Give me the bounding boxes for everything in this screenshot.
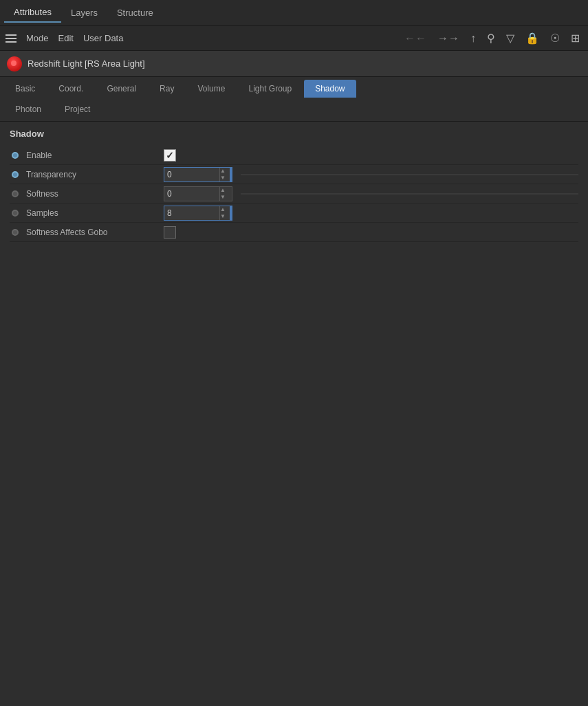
enable-checkbox[interactable] [164, 149, 176, 162]
top-tab-bar: Attributes Layers Structure [0, 0, 588, 26]
transparency-slider-track[interactable] [241, 174, 578, 175]
softness-gobo-label: Softness Affects Gobo [26, 228, 164, 237]
tab-layers[interactable]: Layers [61, 3, 107, 22]
transparency-active-line [230, 167, 232, 182]
shadow-section-title: Shadow [10, 129, 578, 139]
softness-gobo-value [164, 226, 176, 239]
shadow-content: Shadow Enable Transparency ▲ ▼ [0, 122, 588, 249]
forward-button[interactable]: →→ [435, 31, 462, 46]
softness-input-wrap: ▲ ▼ [164, 186, 232, 201]
samples-input[interactable] [164, 208, 219, 218]
section-tabs-row1: Basic Coord. General Ray Volume Light Gr… [0, 77, 588, 98]
softness-spinner: ▲ ▼ [219, 187, 226, 201]
enable-indicator-dot [12, 152, 19, 159]
softness-gobo-checkbox[interactable] [164, 226, 176, 239]
object-title: Redshift Light [RS Area Light] [28, 58, 145, 69]
lock-button[interactable]: 🔒 [523, 30, 542, 46]
search-button[interactable]: ⚲ [484, 30, 498, 46]
softness-value: ▲ ▼ [164, 186, 578, 201]
softness-indicator [10, 188, 21, 199]
prop-row-enable: Enable [10, 146, 578, 165]
tab-general[interactable]: General [96, 80, 147, 98]
expand-button[interactable]: ⊞ [568, 30, 582, 46]
mode-menu[interactable]: Mode [26, 33, 49, 43]
transparency-spinner: ▲ ▼ [219, 168, 226, 181]
softness-spinner-up[interactable]: ▲ [220, 187, 226, 194]
prop-row-samples: Samples ▲ ▼ [10, 203, 578, 223]
samples-input-wrap: ▲ ▼ [164, 206, 232, 221]
section-tabs: Basic Coord. General Ray Volume Light Gr… [0, 77, 588, 122]
settings-circle-button[interactable]: ☉ [547, 30, 563, 46]
enable-label: Enable [26, 151, 164, 160]
transparency-input[interactable] [164, 170, 219, 179]
samples-spinner: ▲ ▼ [219, 206, 226, 220]
prop-row-softness: Softness ▲ ▼ [10, 184, 578, 203]
up-button[interactable]: ↑ [468, 31, 479, 46]
object-header: Redshift Light [RS Area Light] [0, 51, 588, 77]
samples-label: Samples [26, 208, 164, 218]
tab-photon[interactable]: Photon [4, 100, 52, 118]
samples-spinner-down[interactable]: ▼ [220, 213, 226, 220]
enable-value [164, 149, 176, 162]
transparency-input-wrap: ▲ ▼ [164, 167, 232, 182]
softness-input[interactable] [164, 189, 219, 199]
tab-project[interactable]: Project [54, 100, 101, 118]
edit-menu[interactable]: Edit [58, 33, 74, 43]
samples-active-line [230, 206, 232, 221]
toolbar: Mode Edit User Data ←← →→ ↑ ⚲ ▽ 🔒 ☉ ⊞ [0, 26, 588, 51]
transparency-value: ▲ ▼ [164, 167, 578, 182]
user-data-menu[interactable]: User Data [83, 33, 124, 43]
tab-shadow[interactable]: Shadow [304, 80, 356, 98]
transparency-spinner-down[interactable]: ▼ [220, 175, 226, 181]
tab-volume[interactable]: Volume [186, 80, 236, 98]
tab-ray[interactable]: Ray [149, 80, 185, 98]
tab-coord[interactable]: Coord. [47, 80, 94, 98]
hamburger-icon[interactable] [6, 34, 17, 43]
samples-indicator-dot [12, 210, 19, 217]
filter-button[interactable]: ▽ [503, 30, 517, 46]
transparency-spinner-up[interactable]: ▲ [220, 168, 226, 175]
softness-gobo-indicator [10, 227, 21, 238]
softness-indicator-dot [12, 190, 19, 197]
softness-label: Softness [26, 189, 164, 199]
enable-indicator [10, 150, 21, 161]
transparency-label: Transparency [26, 170, 164, 179]
transparency-indicator-dot [12, 171, 19, 178]
samples-indicator [10, 208, 21, 219]
toolbar-right: ←← →→ ↑ ⚲ ▽ 🔒 ☉ ⊞ [402, 30, 582, 46]
softness-slider-track[interactable] [241, 193, 578, 195]
transparency-indicator [10, 169, 21, 180]
tab-structure[interactable]: Structure [107, 3, 163, 22]
toolbar-menu: Mode Edit User Data [6, 33, 395, 43]
prop-row-softness-gobo: Softness Affects Gobo [10, 223, 578, 242]
back-button[interactable]: ←← [402, 31, 429, 46]
redshift-icon [7, 56, 22, 71]
softness-spinner-down[interactable]: ▼ [220, 194, 226, 201]
prop-row-transparency: Transparency ▲ ▼ [10, 165, 578, 184]
tab-basic[interactable]: Basic [4, 80, 46, 98]
section-tabs-row2: Photon Project [0, 98, 588, 121]
tab-attributes[interactable]: Attributes [4, 3, 61, 23]
samples-value: ▲ ▼ [164, 206, 578, 221]
tab-light-group[interactable]: Light Group [237, 80, 303, 98]
softness-gobo-indicator-dot [12, 229, 19, 236]
samples-spinner-up[interactable]: ▲ [220, 206, 226, 213]
